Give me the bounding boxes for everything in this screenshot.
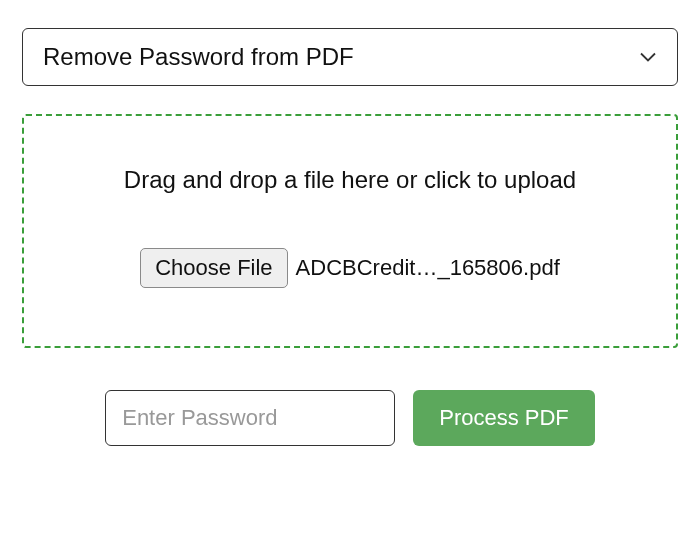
selected-file-name: ADCBCredit…_165806.pdf <box>296 255 560 281</box>
operation-select[interactable]: Remove Password from PDF <box>22 28 678 86</box>
operation-select-value: Remove Password from PDF <box>43 43 354 71</box>
process-pdf-button[interactable]: Process PDF <box>413 390 595 446</box>
password-input[interactable] <box>105 390 395 446</box>
file-dropzone[interactable]: Drag and drop a file here or click to up… <box>22 114 678 348</box>
dropzone-instruction: Drag and drop a file here or click to up… <box>44 166 656 194</box>
chevron-down-icon <box>639 48 657 66</box>
choose-file-button[interactable]: Choose File <box>140 248 287 288</box>
